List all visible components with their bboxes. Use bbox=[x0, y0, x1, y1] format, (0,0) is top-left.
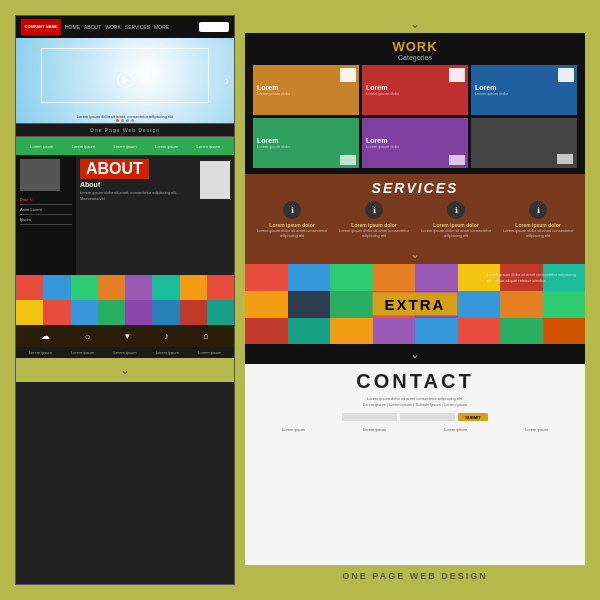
work-cell-5[interactable]: Lorem Lorem ipsum dolor bbox=[362, 118, 468, 168]
service-4: ℹ Lorem ipsum dolor Lorem ipsum dolor si… bbox=[499, 201, 577, 238]
work-thumb-4 bbox=[340, 155, 356, 165]
color-block-7 bbox=[207, 275, 234, 300]
work-cell-2-content: Lorem Lorem ipsum dolor bbox=[366, 84, 399, 96]
logo-box: COMPANY NAME bbox=[21, 19, 61, 35]
hero-next-arrow[interactable]: › bbox=[225, 74, 229, 88]
work-cell-3[interactable]: Lorem Lorem ipsum dolor bbox=[471, 65, 577, 115]
hero-dot-4[interactable] bbox=[131, 119, 134, 122]
arrow-down-icon[interactable]: ▾ bbox=[125, 331, 130, 341]
work-cell-2[interactable]: Lorem Lorem ipsum dolor bbox=[362, 65, 468, 115]
bottom-features: Lorem ipsum Lorem ipsum Lorem ipsum Lore… bbox=[16, 347, 234, 358]
right-panel: ⌄ WORK Categories Lorem Lorem ipsum dolo… bbox=[245, 15, 585, 585]
contact-form: SUBMIT bbox=[253, 413, 577, 421]
bot-feat-5: Lorem ipsum bbox=[198, 350, 221, 355]
tri-block-1 bbox=[288, 264, 331, 291]
contact-title: CONTACT bbox=[253, 370, 577, 393]
contact-submit-btn[interactable]: SUBMIT bbox=[458, 413, 488, 421]
color-block-8 bbox=[16, 300, 43, 325]
nav-home[interactable]: HOME bbox=[65, 24, 80, 30]
nav-about[interactable]: ABOUT bbox=[84, 24, 101, 30]
contact-feat-2: Lorem ipsum bbox=[363, 427, 386, 432]
color-block-5 bbox=[152, 275, 179, 300]
services-section: SERVICES ℹ Lorem ipsum dolor Lorem ipsum… bbox=[245, 174, 585, 244]
about-image bbox=[20, 159, 60, 191]
tri-block-14 bbox=[500, 291, 543, 318]
color-block-0 bbox=[16, 275, 43, 300]
service-text-4: Lorem ipsum dolor sit amet consectetur a… bbox=[499, 228, 577, 238]
home-icon[interactable]: ⌂ bbox=[203, 331, 208, 341]
tri-block-2 bbox=[330, 264, 373, 291]
volume-icon[interactable]: ♪ bbox=[164, 331, 169, 341]
service-2: ℹ Lorem ipsum dolor Lorem ipsum dolor si… bbox=[335, 201, 413, 238]
features-row: Lorem ipsum Lorem ipsum Lorem ipsum Lore… bbox=[16, 137, 234, 155]
site-header: COMPANY NAME HOME ABOUT WORK SERVICES MO… bbox=[16, 16, 234, 38]
hero-dot-3[interactable] bbox=[126, 119, 129, 122]
contact-section: CONTACT Lorem ipsum dolor sit amet conse… bbox=[245, 364, 585, 565]
work-label-2: Lorem bbox=[366, 84, 399, 91]
color-block-14 bbox=[180, 300, 207, 325]
work-label-5: Lorem bbox=[366, 137, 399, 144]
tri-block-20 bbox=[415, 318, 458, 345]
contact-sub: Lorem ipsum dolor sit amet consectetur a… bbox=[253, 396, 577, 408]
work-subtitle: Categories bbox=[253, 54, 577, 61]
tri-block-15 bbox=[543, 291, 586, 318]
nav-more[interactable]: MORE bbox=[154, 24, 169, 30]
color-block-13 bbox=[152, 300, 179, 325]
hero-dot-2[interactable] bbox=[121, 119, 124, 122]
work-cell-3-content: Lorem Lorem ipsum dolor bbox=[475, 84, 508, 96]
color-block-6 bbox=[180, 275, 207, 300]
service-icon-2: ℹ bbox=[365, 201, 383, 219]
tri-block-21 bbox=[458, 318, 501, 345]
work-thumb-3 bbox=[558, 68, 574, 82]
color-block-11 bbox=[98, 300, 125, 325]
arrow-down-extra: ⌄ bbox=[245, 344, 585, 364]
contact-input-1[interactable] bbox=[342, 413, 397, 421]
service-icon-1: ℹ bbox=[283, 201, 301, 219]
tri-block-4 bbox=[415, 264, 458, 291]
nav-services[interactable]: SERVICES bbox=[125, 24, 150, 30]
color-block-2 bbox=[71, 275, 98, 300]
one-page-label: One Page Web Design bbox=[16, 123, 234, 137]
contact-input-2[interactable] bbox=[400, 413, 455, 421]
service-icon-3: ℹ bbox=[447, 201, 465, 219]
work-cell-4[interactable]: Lorem Lorem ipsum dolor bbox=[253, 118, 359, 168]
tri-block-8 bbox=[245, 291, 288, 318]
nav-work[interactable]: WORK bbox=[105, 24, 121, 30]
work-label-1: Lorem bbox=[257, 84, 290, 91]
colorful-blocks bbox=[16, 275, 234, 325]
about-section: Date si Amet Lorem Ipsum ABOUT About Lor… bbox=[16, 155, 234, 275]
tri-block-16 bbox=[245, 318, 288, 345]
hero-dot-1[interactable] bbox=[116, 119, 119, 122]
work-thumb-6 bbox=[557, 154, 573, 164]
search-input-small[interactable] bbox=[199, 22, 229, 32]
search-icon[interactable]: ⌕ bbox=[85, 331, 90, 341]
tri-block-17 bbox=[288, 318, 331, 345]
hero-section: ▶ › Lorem ipsum dolor sit amet, consecte… bbox=[16, 38, 234, 123]
feature-4: Lorem ipsum bbox=[155, 144, 178, 149]
services-grid: ℹ Lorem ipsum dolor Lorem ipsum dolor si… bbox=[253, 201, 577, 238]
contact-feat-3: Lorem ipsum bbox=[444, 427, 467, 432]
work-cell-6[interactable] bbox=[471, 118, 577, 168]
contact-features: Lorem ipsum Lorem ipsum Lorem ipsum Lore… bbox=[253, 427, 577, 432]
color-block-3 bbox=[98, 275, 125, 300]
services-title: SERVICES bbox=[253, 180, 577, 196]
work-grid: Lorem Lorem ipsum dolor Lorem Lorem ipsu… bbox=[253, 65, 577, 168]
work-section: WORK Categories Lorem Lorem ipsum dolor … bbox=[245, 33, 585, 174]
play-button[interactable]: ▶ bbox=[117, 72, 133, 88]
tri-block-13 bbox=[458, 291, 501, 318]
work-sub-5: Lorem ipsum dolor bbox=[366, 144, 399, 149]
color-block-9 bbox=[43, 300, 70, 325]
extra-title: EXTRA bbox=[373, 293, 458, 316]
cloud-icon[interactable]: ☁ bbox=[41, 331, 50, 341]
color-block-15 bbox=[207, 300, 234, 325]
arrow-top-right: ⌄ bbox=[245, 15, 585, 33]
work-cell-5-content: Lorem Lorem ipsum dolor bbox=[366, 137, 399, 149]
work-label-3: Lorem bbox=[475, 84, 508, 91]
work-cell-1[interactable]: Lorem Lorem ipsum dolor bbox=[253, 65, 359, 115]
feature-3: Lorem ipsum bbox=[113, 144, 136, 149]
contact-feat-4: Lorem ipsum bbox=[525, 427, 548, 432]
work-sub-1: Lorem ipsum dolor bbox=[257, 91, 290, 96]
footer-label: ONE PAGE WEB DESIGN bbox=[245, 565, 585, 585]
work-thumb-5 bbox=[449, 155, 465, 165]
tri-block-9 bbox=[288, 291, 331, 318]
